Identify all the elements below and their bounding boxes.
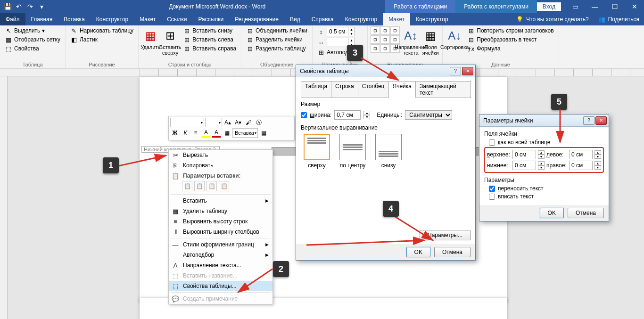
- height-input[interactable]: [327, 28, 348, 35]
- tab-table-constructor[interactable]: Конструктор: [339, 13, 383, 25]
- align-bl[interactable]: ⊡: [371, 44, 380, 53]
- insert-top-button[interactable]: ⊞Вставить сверху: [161, 26, 179, 62]
- cm-dist-cols[interactable]: ⦀Выровнять ширину столбцов: [169, 227, 272, 237]
- units-select[interactable]: Сантиметры: [405, 110, 452, 120]
- maximize-icon[interactable]: ☐: [605, 0, 624, 13]
- cm-table-properties[interactable]: ⬚Свойства таблицы...: [169, 281, 272, 291]
- dlg1-ok-button[interactable]: OK: [406, 247, 430, 257]
- align-tr[interactable]: ⊡: [390, 26, 400, 35]
- same-as-table-checkbox[interactable]: [489, 139, 495, 146]
- tab-constructor[interactable]: Конструктор: [91, 13, 134, 25]
- valign-top[interactable]: сверху: [301, 134, 333, 169]
- minimize-icon[interactable]: —: [586, 0, 604, 13]
- delete-button[interactable]: ▦Удалить: [141, 26, 159, 62]
- cm-copy[interactable]: ⎘Копировать: [169, 160, 272, 171]
- valign-bottom[interactable]: снизу: [372, 134, 405, 169]
- dlg1-tab-row[interactable]: Строка: [331, 81, 358, 98]
- dlg1-titlebar[interactable]: Свойства таблицы ?✕: [296, 65, 475, 77]
- wrap-checkbox[interactable]: [489, 186, 495, 192]
- eraser-button[interactable]: ◧Ластик: [68, 35, 135, 44]
- borders-icon[interactable]: ▦: [222, 128, 231, 138]
- cm-autofit[interactable]: Автоподбор▶: [169, 250, 272, 260]
- clear-format-icon[interactable]: Ⓐ: [254, 118, 264, 127]
- cm-border-styles[interactable]: —Стили оформления границ▶: [169, 239, 272, 250]
- dlg1-tab-col[interactable]: Столбец: [358, 81, 389, 98]
- cm-cut[interactable]: ✂Вырезать: [169, 150, 272, 160]
- fit-checkbox[interactable]: [489, 194, 495, 200]
- select-button[interactable]: ↖Выделить ▾: [3, 26, 62, 35]
- align-tl[interactable]: ⊡: [371, 26, 380, 35]
- draw-table-button[interactable]: ✎Нарисовать таблицу: [68, 26, 135, 35]
- align-mr[interactable]: ⊡: [390, 35, 400, 44]
- tab-review[interactable]: Рецензирование: [229, 13, 284, 25]
- align-ml[interactable]: ⊡: [371, 35, 380, 44]
- close-icon[interactable]: ✕: [462, 67, 473, 75]
- formula-button[interactable]: ƒxФормула: [465, 44, 555, 53]
- width-value-input[interactable]: [334, 110, 361, 120]
- paste-merge-icon[interactable]: 📋: [194, 181, 205, 191]
- bottom-input[interactable]: [512, 161, 536, 170]
- insert-menu[interactable]: Вставка: [232, 128, 258, 138]
- dlg1-tab-table[interactable]: Таблица: [301, 81, 331, 98]
- save-icon[interactable]: 💾: [3, 2, 12, 11]
- top-input[interactable]: [512, 150, 536, 159]
- login-button[interactable]: Вход: [537, 2, 561, 11]
- tab-home[interactable]: Главная: [25, 13, 58, 25]
- tab-hf-constructor[interactable]: Конструктор: [410, 13, 454, 25]
- valign-center[interactable]: по центру: [337, 134, 369, 169]
- shrink-font-icon[interactable]: A▾: [233, 118, 243, 127]
- cm-textdir[interactable]: AНаправление текста...: [169, 260, 272, 270]
- align-mc[interactable]: ⊡: [380, 35, 390, 44]
- paste-keep-icon[interactable]: 📋: [182, 181, 192, 191]
- tab-table-layout[interactable]: Макет: [383, 13, 410, 25]
- close-icon[interactable]: ✕: [595, 116, 607, 125]
- options-button[interactable]: Параметры...: [420, 230, 471, 240]
- paste-pic-icon[interactable]: 📋: [206, 181, 217, 191]
- dlg2-ok-button[interactable]: OK: [540, 208, 564, 218]
- italic-button[interactable]: К: [181, 128, 190, 138]
- qat-more-icon[interactable]: ▾: [37, 2, 46, 11]
- width-input[interactable]: [327, 39, 348, 46]
- delete-mini-icon[interactable]: ▦: [259, 128, 268, 138]
- split-button[interactable]: ⊞Разделить ячейки: [244, 35, 309, 44]
- dlg1-cancel-button[interactable]: Отмена: [434, 247, 471, 257]
- size-dropdown[interactable]: [205, 118, 222, 127]
- tab-view[interactable]: Вид: [284, 13, 306, 25]
- help-icon[interactable]: ?: [583, 116, 594, 125]
- redo-icon[interactable]: ↷: [25, 2, 35, 11]
- share-button[interactable]: 👥Поделиться: [594, 16, 644, 23]
- gridlines-button[interactable]: ▦Отобразить сетку: [3, 35, 62, 44]
- tell-me[interactable]: 💡Что вы хотите сделать?: [512, 16, 594, 23]
- tab-file[interactable]: Файл: [0, 13, 25, 25]
- tab-links[interactable]: Ссылки: [161, 13, 192, 25]
- cm-delete-table[interactable]: ▦Удалить таблицу: [169, 206, 272, 216]
- tab-mailings[interactable]: Рассылки: [192, 13, 229, 25]
- right-input[interactable]: [569, 161, 593, 170]
- format-painter-icon[interactable]: 🖌: [244, 118, 253, 127]
- align-tc[interactable]: ⊡: [380, 26, 390, 35]
- cm-dist-rows[interactable]: ≡Выровнять высоту строк: [169, 216, 272, 227]
- repeat-header-button[interactable]: ⊞Повторить строки заголовков: [465, 26, 555, 35]
- ribbon-options-icon[interactable]: ▭: [566, 0, 585, 13]
- cm-insert[interactable]: Вставить▶: [169, 196, 272, 206]
- merge-button[interactable]: ⊟Объединить ячейки: [244, 26, 309, 35]
- align-bc[interactable]: ⊡: [380, 44, 390, 53]
- convert-button[interactable]: ⊟Преобразовать в текст: [465, 35, 555, 44]
- properties-button[interactable]: ⬚Свойства: [3, 44, 62, 53]
- sort-button[interactable]: A↓Сортировка: [446, 26, 463, 62]
- insert-left-button[interactable]: ⊞Вставить слева: [181, 35, 238, 44]
- bold-button[interactable]: Ж: [170, 128, 180, 138]
- dlg1-tab-cell[interactable]: Ячейка: [388, 81, 416, 98]
- dlg2-titlebar[interactable]: Параметры ячейки ?✕: [479, 115, 609, 127]
- split-table-button[interactable]: ⊟Разделить таблицу: [244, 44, 309, 53]
- tab-insert[interactable]: Вставка: [58, 13, 91, 25]
- close-icon[interactable]: ✕: [625, 0, 644, 13]
- tab-help[interactable]: Справка: [306, 13, 339, 25]
- grow-font-icon[interactable]: A▴: [223, 118, 232, 127]
- width-checkbox[interactable]: [301, 112, 307, 118]
- cell-margins-button[interactable]: ▦Поля ячейки: [421, 26, 439, 62]
- paste-text-icon[interactable]: 📋: [219, 181, 229, 191]
- font-dropdown[interactable]: [170, 118, 204, 127]
- insert-bottom-button[interactable]: ⊞Вставить снизу: [181, 26, 238, 35]
- tab-layout[interactable]: Макет: [134, 13, 161, 25]
